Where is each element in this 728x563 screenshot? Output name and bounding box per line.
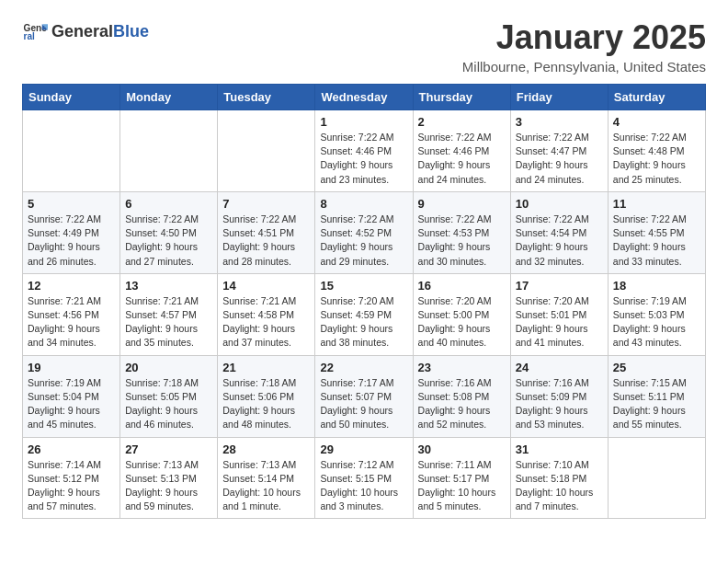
weekday-header-tuesday: Tuesday <box>218 85 315 110</box>
header: Gene ral General Blue January 2025 Millb… <box>22 18 706 75</box>
day-info: Sunrise: 7:11 AM Sunset: 5:17 PM Dayligh… <box>418 458 506 514</box>
calendar-cell: 3Sunrise: 7:22 AM Sunset: 4:47 PM Daylig… <box>510 110 608 192</box>
day-number: 31 <box>516 442 603 456</box>
day-number: 7 <box>222 197 310 211</box>
calendar-cell: 8Sunrise: 7:22 AM Sunset: 4:52 PM Daylig… <box>315 191 413 273</box>
weekday-header-saturday: Saturday <box>608 85 705 110</box>
calendar-cell: 20Sunrise: 7:18 AM Sunset: 5:05 PM Dayli… <box>120 355 218 437</box>
day-info: Sunrise: 7:18 AM Sunset: 5:05 PM Dayligh… <box>125 376 212 432</box>
day-info: Sunrise: 7:21 AM Sunset: 4:58 PM Dayligh… <box>222 294 310 350</box>
calendar-cell: 21Sunrise: 7:18 AM Sunset: 5:06 PM Dayli… <box>218 355 315 437</box>
week-row-1: 1Sunrise: 7:22 AM Sunset: 4:46 PM Daylig… <box>23 110 706 192</box>
day-info: Sunrise: 7:21 AM Sunset: 4:56 PM Dayligh… <box>28 294 115 350</box>
month-title: January 2025 <box>462 18 706 57</box>
calendar-cell: 17Sunrise: 7:20 AM Sunset: 5:01 PM Dayli… <box>510 273 608 355</box>
day-info: Sunrise: 7:15 AM Sunset: 5:11 PM Dayligh… <box>613 376 700 432</box>
day-info: Sunrise: 7:22 AM Sunset: 4:47 PM Dayligh… <box>516 131 603 187</box>
day-number: 15 <box>320 279 407 293</box>
day-number: 18 <box>613 279 700 293</box>
title-area: January 2025 Millbourne, Pennsylvania, U… <box>462 18 706 75</box>
calendar-cell: 16Sunrise: 7:20 AM Sunset: 5:00 PM Dayli… <box>413 273 510 355</box>
day-info: Sunrise: 7:22 AM Sunset: 4:49 PM Dayligh… <box>28 213 115 269</box>
day-info: Sunrise: 7:17 AM Sunset: 5:07 PM Dayligh… <box>320 376 407 432</box>
day-info: Sunrise: 7:22 AM Sunset: 4:54 PM Dayligh… <box>516 213 603 269</box>
day-info: Sunrise: 7:19 AM Sunset: 5:03 PM Dayligh… <box>613 294 700 350</box>
day-info: Sunrise: 7:14 AM Sunset: 5:12 PM Dayligh… <box>28 458 115 514</box>
day-info: Sunrise: 7:22 AM Sunset: 4:55 PM Dayligh… <box>613 213 700 269</box>
calendar-cell: 29Sunrise: 7:12 AM Sunset: 5:15 PM Dayli… <box>315 437 413 519</box>
location-title: Millbourne, Pennsylvania, United States <box>462 59 706 75</box>
calendar-cell: 6Sunrise: 7:22 AM Sunset: 4:50 PM Daylig… <box>120 191 218 273</box>
day-info: Sunrise: 7:20 AM Sunset: 5:01 PM Dayligh… <box>516 294 603 350</box>
day-number: 26 <box>28 442 115 456</box>
week-row-3: 12Sunrise: 7:21 AM Sunset: 4:56 PM Dayli… <box>23 273 706 355</box>
day-number: 16 <box>418 279 506 293</box>
calendar-cell: 18Sunrise: 7:19 AM Sunset: 5:03 PM Dayli… <box>608 273 705 355</box>
logo-icon: Gene ral <box>22 18 48 44</box>
calendar-cell: 14Sunrise: 7:21 AM Sunset: 4:58 PM Dayli… <box>218 273 315 355</box>
calendar-cell: 24Sunrise: 7:16 AM Sunset: 5:09 PM Dayli… <box>510 355 608 437</box>
day-info: Sunrise: 7:13 AM Sunset: 5:14 PM Dayligh… <box>222 458 310 514</box>
calendar-cell: 7Sunrise: 7:22 AM Sunset: 4:51 PM Daylig… <box>218 191 315 273</box>
svg-text:ral: ral <box>24 31 36 41</box>
day-number: 23 <box>418 361 506 374</box>
day-number: 13 <box>125 279 212 293</box>
calendar-cell: 27Sunrise: 7:13 AM Sunset: 5:13 PM Dayli… <box>120 437 218 519</box>
week-row-2: 5Sunrise: 7:22 AM Sunset: 4:49 PM Daylig… <box>23 191 706 273</box>
calendar-cell: 1Sunrise: 7:22 AM Sunset: 4:46 PM Daylig… <box>315 110 413 192</box>
logo-text-blue: Blue <box>113 22 149 41</box>
day-number: 22 <box>320 361 407 374</box>
week-row-5: 26Sunrise: 7:14 AM Sunset: 5:12 PM Dayli… <box>23 437 706 519</box>
calendar-cell: 30Sunrise: 7:11 AM Sunset: 5:17 PM Dayli… <box>413 437 510 519</box>
day-number: 28 <box>222 442 310 456</box>
day-number: 21 <box>222 361 310 374</box>
weekday-header-monday: Monday <box>120 85 218 110</box>
day-number: 1 <box>320 115 407 129</box>
day-info: Sunrise: 7:18 AM Sunset: 5:06 PM Dayligh… <box>222 376 310 432</box>
calendar-cell: 2Sunrise: 7:22 AM Sunset: 4:46 PM Daylig… <box>413 110 510 192</box>
day-number: 4 <box>613 115 700 129</box>
day-info: Sunrise: 7:22 AM Sunset: 4:52 PM Dayligh… <box>320 213 407 269</box>
day-number: 9 <box>418 197 506 211</box>
day-info: Sunrise: 7:22 AM Sunset: 4:53 PM Dayligh… <box>418 213 506 269</box>
day-number: 5 <box>28 197 115 211</box>
calendar-cell: 15Sunrise: 7:20 AM Sunset: 4:59 PM Dayli… <box>315 273 413 355</box>
day-info: Sunrise: 7:12 AM Sunset: 5:15 PM Dayligh… <box>320 458 407 514</box>
weekday-header-friday: Friday <box>510 85 608 110</box>
day-number: 11 <box>613 197 700 211</box>
day-number: 14 <box>222 279 310 293</box>
calendar-cell: 31Sunrise: 7:10 AM Sunset: 5:18 PM Dayli… <box>510 437 608 519</box>
day-info: Sunrise: 7:16 AM Sunset: 5:09 PM Dayligh… <box>516 376 603 432</box>
calendar-cell: 10Sunrise: 7:22 AM Sunset: 4:54 PM Dayli… <box>510 191 608 273</box>
day-number: 25 <box>613 361 700 374</box>
calendar-cell <box>120 110 218 192</box>
calendar-cell: 12Sunrise: 7:21 AM Sunset: 4:56 PM Dayli… <box>23 273 120 355</box>
day-number: 30 <box>418 442 506 456</box>
weekday-header-sunday: Sunday <box>23 85 120 110</box>
day-number: 3 <box>516 115 603 129</box>
calendar-cell: 26Sunrise: 7:14 AM Sunset: 5:12 PM Dayli… <box>23 437 120 519</box>
day-info: Sunrise: 7:10 AM Sunset: 5:18 PM Dayligh… <box>516 458 603 514</box>
day-number: 8 <box>320 197 407 211</box>
day-info: Sunrise: 7:19 AM Sunset: 5:04 PM Dayligh… <box>28 376 115 432</box>
weekday-header-row: SundayMondayTuesdayWednesdayThursdayFrid… <box>23 85 706 110</box>
calendar-cell: 19Sunrise: 7:19 AM Sunset: 5:04 PM Dayli… <box>23 355 120 437</box>
day-number: 24 <box>516 361 603 374</box>
day-number: 12 <box>28 279 115 293</box>
calendar-cell: 23Sunrise: 7:16 AM Sunset: 5:08 PM Dayli… <box>413 355 510 437</box>
day-info: Sunrise: 7:20 AM Sunset: 5:00 PM Dayligh… <box>418 294 506 350</box>
day-number: 6 <box>125 197 212 211</box>
calendar-cell: 11Sunrise: 7:22 AM Sunset: 4:55 PM Dayli… <box>608 191 705 273</box>
day-info: Sunrise: 7:20 AM Sunset: 4:59 PM Dayligh… <box>320 294 407 350</box>
calendar-table: SundayMondayTuesdayWednesdayThursdayFrid… <box>22 84 706 519</box>
day-number: 20 <box>125 361 212 374</box>
calendar-cell <box>608 437 705 519</box>
day-info: Sunrise: 7:21 AM Sunset: 4:57 PM Dayligh… <box>125 294 212 350</box>
calendar-cell <box>218 110 315 192</box>
calendar-cell: 13Sunrise: 7:21 AM Sunset: 4:57 PM Dayli… <box>120 273 218 355</box>
day-info: Sunrise: 7:22 AM Sunset: 4:51 PM Dayligh… <box>222 213 310 269</box>
day-info: Sunrise: 7:22 AM Sunset: 4:46 PM Dayligh… <box>320 131 407 187</box>
day-number: 29 <box>320 442 407 456</box>
calendar-cell: 22Sunrise: 7:17 AM Sunset: 5:07 PM Dayli… <box>315 355 413 437</box>
day-info: Sunrise: 7:22 AM Sunset: 4:48 PM Dayligh… <box>613 131 700 187</box>
